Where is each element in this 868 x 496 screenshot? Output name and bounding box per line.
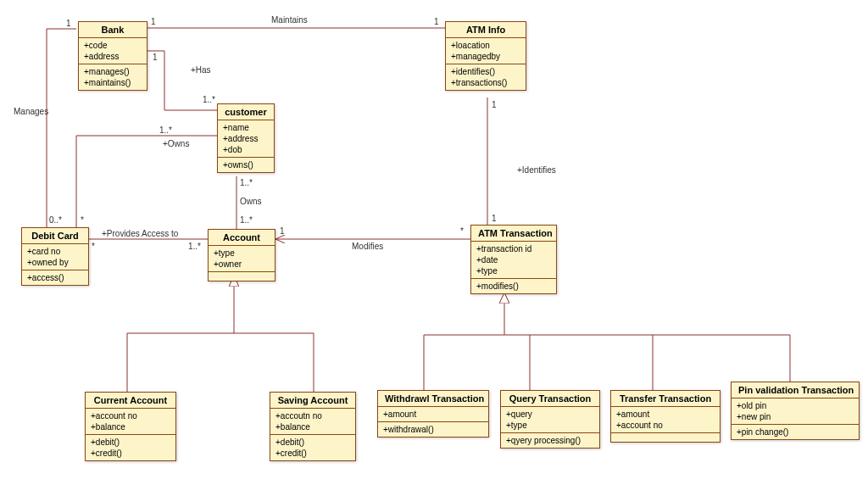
label-maintains: Maintains bbox=[271, 15, 308, 25]
label-owns-v: Owns bbox=[240, 197, 262, 206]
label-identifies: +Identifies bbox=[517, 165, 556, 175]
mult: 1 bbox=[492, 100, 497, 109]
class-saving-account: Saving Account +accoutn no +balance +deb… bbox=[270, 392, 356, 461]
mult: 1 bbox=[66, 19, 71, 28]
label-has: +Has bbox=[191, 65, 211, 75]
mult: 1..* bbox=[159, 125, 172, 135]
class-debit-card: Debit Card +card no +owned by +access() bbox=[21, 227, 89, 286]
label-provides: +Provides Access to bbox=[102, 229, 178, 238]
mult: * bbox=[92, 242, 95, 251]
mult: * bbox=[460, 226, 464, 236]
class-transfer-transaction: Transfer Transaction +amount +account no bbox=[610, 390, 721, 443]
mult: 0..* bbox=[49, 215, 62, 225]
class-current-account: Current Account +account no +balance +de… bbox=[85, 392, 176, 461]
class-customer: customer +name +address +dob +owns() bbox=[217, 103, 275, 173]
mult: 1 bbox=[434, 17, 439, 26]
mult: 1..* bbox=[203, 95, 215, 104]
class-atm-transaction: ATM Transaction +transaction id +date +t… bbox=[470, 225, 557, 294]
class-bank: Bank +code +address +manages() +maintain… bbox=[78, 21, 147, 91]
class-title: Bank bbox=[79, 22, 147, 38]
label-manages: Manages bbox=[14, 107, 48, 116]
mult: 1 bbox=[280, 226, 285, 236]
mult: 1 bbox=[151, 17, 156, 26]
label-modifies: Modifies bbox=[352, 242, 383, 251]
class-query-transaction: Query Transaction +query +type +qyery pr… bbox=[500, 390, 600, 449]
class-atm-info: ATM Info +loacation +managedby +identifi… bbox=[445, 21, 526, 91]
mult: 1..* bbox=[240, 178, 253, 187]
mult: 1..* bbox=[188, 242, 201, 251]
mult: 1 bbox=[492, 214, 497, 223]
class-account: Account +type +owner bbox=[208, 229, 275, 281]
label-owns-h: +Owns bbox=[163, 139, 189, 148]
mult: 1..* bbox=[240, 215, 253, 225]
mult: 1 bbox=[153, 53, 158, 62]
class-withdrawal-transaction: Withdrawl Transaction +amount +withdrawa… bbox=[377, 390, 489, 437]
class-pin-validation-transaction: Pin validation Transaction +old pin +new… bbox=[731, 382, 860, 440]
mult: * bbox=[81, 215, 84, 225]
